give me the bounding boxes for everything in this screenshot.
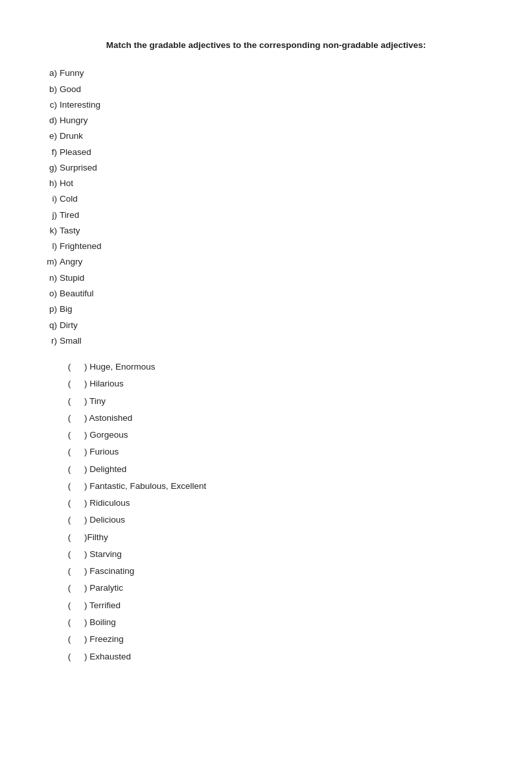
gradable-list: a)Funnyb)Goodc)Interestingd)Hungrye)Drun… — [39, 66, 493, 348]
gradable-word: Good — [60, 84, 81, 94]
nongradable-word: ) Freezing — [84, 634, 124, 644]
gradable-item: j)Tired — [39, 208, 493, 222]
nongradable-word: ) Starving — [84, 549, 122, 559]
gradable-letter: p) — [39, 302, 57, 316]
instruction: Match the gradable adjectives to the cor… — [39, 39, 493, 52]
nongradable-word: ) Astonished — [84, 413, 132, 423]
gradable-letter: e) — [39, 129, 57, 143]
gradable-item: d)Hungry — [39, 113, 493, 128]
gradable-word: Stupid — [60, 273, 84, 283]
nongradable-word: ) Tiny — [84, 396, 106, 406]
gradable-word: Small — [60, 336, 82, 346]
gradable-word: Beautiful — [60, 289, 94, 298]
gradable-item: g)Surprised — [39, 161, 493, 175]
nongradable-item: () Gorgeous — [65, 428, 493, 442]
nongradable-word: ) Delicious — [84, 515, 125, 525]
gradable-item: r)Small — [39, 334, 493, 348]
gradable-letter: l) — [39, 239, 57, 254]
gradable-letter: c) — [39, 98, 57, 112]
open-paren: ( — [65, 598, 74, 613]
nongradable-item: () Boiling — [65, 615, 493, 630]
nongradable-item: () Starving — [65, 547, 493, 562]
open-paren: ( — [65, 581, 74, 595]
open-paren: ( — [65, 615, 74, 630]
gradable-word: Funny — [60, 68, 84, 78]
gradable-item: k)Tasty — [39, 224, 493, 238]
nongradable-word: ) Paralytic — [84, 583, 123, 593]
open-paren: ( — [65, 513, 74, 527]
nongradable-word: ) Delighted — [84, 464, 126, 474]
open-paren: ( — [65, 632, 74, 646]
gradable-word: Drunk — [60, 131, 83, 141]
nongradable-word: ) Boiling — [84, 617, 116, 627]
nongradable-item: () Delicious — [65, 513, 493, 527]
open-paren: ( — [65, 411, 74, 425]
nongradable-item: () Huge, Enormous — [65, 360, 493, 374]
gradable-letter: r) — [39, 334, 57, 348]
nongradable-item: () Astonished — [65, 411, 493, 425]
open-paren: ( — [65, 360, 74, 374]
nongradable-word: )Filthy — [84, 532, 108, 542]
nongradable-item: () Freezing — [65, 632, 493, 646]
nongradable-word: ) Fantastic, Fabulous, Excellent — [84, 481, 206, 491]
gradable-letter: i) — [39, 192, 57, 206]
gradable-item: o)Beautiful — [39, 287, 493, 301]
gradable-item: m)Angry — [39, 255, 493, 269]
gradable-word: Tasty — [60, 226, 80, 235]
gradable-word: Angry — [60, 257, 82, 266]
gradable-letter: o) — [39, 287, 57, 301]
gradable-letter: n) — [39, 271, 57, 285]
nongradable-word: ) Terrified — [84, 600, 121, 610]
gradable-item: p)Big — [39, 302, 493, 316]
nongradable-item: () Fantastic, Fabulous, Excellent — [65, 479, 493, 493]
gradable-item: b)Good — [39, 82, 493, 97]
open-paren: ( — [65, 564, 74, 578]
gradable-item: c)Interesting — [39, 98, 493, 112]
nongradable-item: () Terrified — [65, 598, 493, 613]
open-paren: ( — [65, 394, 74, 409]
gradable-item: q)Dirty — [39, 318, 493, 333]
gradable-letter: j) — [39, 208, 57, 222]
nongradable-item: () Tiny — [65, 394, 493, 409]
nongradable-word: ) Ridiculous — [84, 498, 130, 508]
open-paren: ( — [65, 650, 74, 664]
gradable-item: n)Stupid — [39, 271, 493, 285]
nongradable-item: () Paralytic — [65, 581, 493, 595]
gradable-letter: a) — [39, 66, 57, 80]
open-paren: ( — [65, 377, 74, 391]
nongradable-list: () Huge, Enormous() Hilarious() Tiny() A… — [39, 360, 493, 664]
nongradable-item: () Ridiculous — [65, 496, 493, 510]
open-paren: ( — [65, 547, 74, 562]
gradable-word: Tired — [60, 210, 79, 220]
nongradable-word: ) Furious — [84, 447, 119, 456]
nongradable-item: () Delighted — [65, 462, 493, 477]
open-paren: ( — [65, 530, 74, 545]
gradable-word: Frightened — [60, 241, 102, 251]
nongradable-word: ) Fascinating — [84, 566, 134, 576]
gradable-item: l)Frightened — [39, 239, 493, 254]
gradable-word: Interesting — [60, 100, 100, 110]
gradable-letter: f) — [39, 145, 57, 160]
open-paren: ( — [65, 462, 74, 477]
gradable-letter: q) — [39, 318, 57, 333]
gradable-word: Pleased — [60, 147, 91, 157]
nongradable-item: () Exhausted — [65, 650, 493, 664]
open-paren: ( — [65, 428, 74, 442]
nongradable-item: () Fascinating — [65, 564, 493, 578]
nongradable-item: ()Filthy — [65, 530, 493, 545]
gradable-letter: b) — [39, 82, 57, 97]
open-paren: ( — [65, 445, 74, 459]
gradable-word: Surprised — [60, 163, 97, 172]
gradable-item: i)Cold — [39, 192, 493, 206]
gradable-item: e)Drunk — [39, 129, 493, 143]
gradable-letter: g) — [39, 161, 57, 175]
gradable-item: a)Funny — [39, 66, 493, 80]
open-paren: ( — [65, 496, 74, 510]
gradable-letter: m) — [39, 255, 57, 269]
nongradable-word: ) Huge, Enormous — [84, 362, 156, 372]
gradable-item: h)Hot — [39, 176, 493, 191]
gradable-letter: h) — [39, 176, 57, 191]
open-paren: ( — [65, 479, 74, 493]
gradable-letter: k) — [39, 224, 57, 238]
gradable-word: Big — [60, 304, 73, 314]
